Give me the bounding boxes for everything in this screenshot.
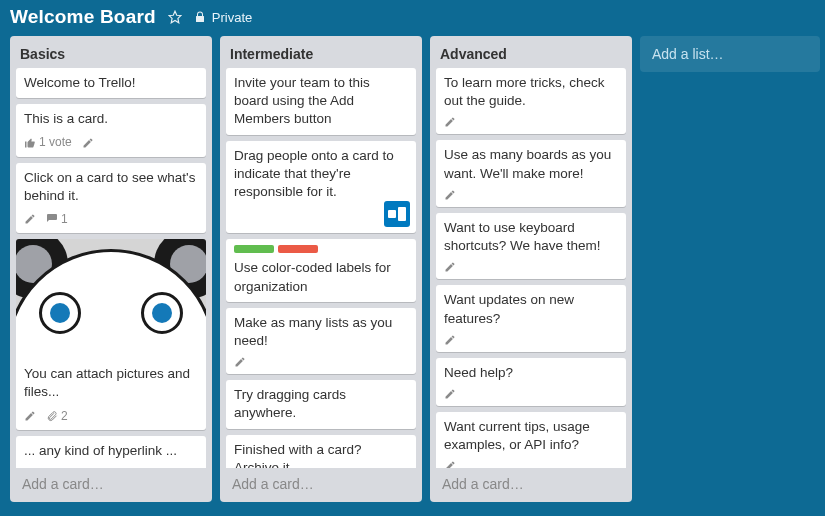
add-list-button[interactable]: Add a list… <box>640 36 820 72</box>
list-cards: Invite your team to this board using the… <box>226 68 416 468</box>
pencil-icon <box>444 189 456 201</box>
pencil-icon <box>82 137 94 149</box>
card[interactable]: Finished with a card? Archive it. <box>226 435 416 468</box>
pencil-icon <box>24 410 36 422</box>
label-green <box>234 245 274 253</box>
list-cards: Welcome to Trello! This is a card. 1 vot… <box>16 68 206 468</box>
edit-badge <box>444 261 456 273</box>
card-text: Need help? <box>444 364 618 382</box>
privacy-label: Private <box>212 10 252 25</box>
thumbs-up-icon <box>24 137 36 149</box>
card-text: Want to use keyboard shortcuts? We have … <box>444 219 618 255</box>
board-canvas: Basics Welcome to Trello! This is a card… <box>0 36 825 512</box>
edit-badge <box>444 460 456 468</box>
card[interactable]: Try dragging cards anywhere. <box>226 380 416 428</box>
add-card-button[interactable]: Add a card… <box>16 468 206 496</box>
card[interactable]: Want current tips, usage examples, or AP… <box>436 412 626 468</box>
add-card-button[interactable]: Add a card… <box>436 468 626 496</box>
pencil-icon <box>444 116 456 128</box>
card[interactable]: Click on a card to see what's behind it.… <box>16 163 206 234</box>
comment-badge: 1 <box>24 466 46 468</box>
edit-badge <box>234 356 246 368</box>
card[interactable]: You can attach pictures and files... 2 <box>16 239 206 430</box>
card-text: Try dragging cards anywhere. <box>234 386 408 422</box>
list-basics: Basics Welcome to Trello! This is a card… <box>10 36 212 502</box>
list-cards: To learn more tricks, check out the guid… <box>436 68 626 468</box>
card[interactable]: Make as many lists as you need! <box>226 308 416 374</box>
paperclip-icon <box>46 410 58 422</box>
pencil-icon <box>444 261 456 273</box>
card-text: Finished with a card? Archive it. <box>234 441 408 468</box>
card[interactable]: Use color-coded labels for organization <box>226 239 416 301</box>
edit-badge <box>24 410 36 422</box>
card[interactable]: This is a card. 1 vote <box>16 104 206 156</box>
card[interactable]: ... any kind of hyperlink ... 1 <box>16 436 206 468</box>
edit-badge <box>444 189 456 201</box>
pencil-icon <box>234 356 246 368</box>
pencil-icon <box>24 213 36 225</box>
card-text: Make as many lists as you need! <box>234 314 408 350</box>
card[interactable]: Use as many boards as you want. We'll ma… <box>436 140 626 206</box>
card-text: Use color-coded labels for organization <box>234 259 408 295</box>
card-text: Welcome to Trello! <box>24 74 198 92</box>
label-red <box>278 245 318 253</box>
card[interactable]: Invite your team to this board using the… <box>226 68 416 135</box>
privacy-button[interactable]: Private <box>194 10 252 25</box>
card-badges: 1 <box>24 211 198 227</box>
card-badges: 2 <box>24 408 198 424</box>
list-title[interactable]: Intermediate <box>226 42 416 68</box>
card-text: ... any kind of hyperlink ... <box>24 442 198 460</box>
card-text: Want updates on new features? <box>444 291 618 327</box>
pencil-icon <box>444 460 456 468</box>
card-badges <box>234 356 408 368</box>
card-badges: 1 vote <box>24 134 198 150</box>
board-header: Welcome Board Private <box>0 0 825 36</box>
edit-badge <box>82 137 94 149</box>
comment-icon <box>46 213 58 225</box>
pencil-icon <box>444 334 456 346</box>
card-text: You can attach pictures and files... <box>24 365 198 401</box>
card-text: Click on a card to see what's behind it. <box>24 169 198 205</box>
card-cover-image <box>16 239 206 359</box>
card-text: This is a card. <box>24 110 198 128</box>
member-app-badge <box>384 201 410 227</box>
edit-badge <box>444 334 456 346</box>
card-text: Want current tips, usage examples, or AP… <box>444 418 618 454</box>
card[interactable]: Drag people onto a card to indicate that… <box>226 141 416 234</box>
star-board-button[interactable] <box>168 10 182 24</box>
card[interactable]: Need help? <box>436 358 626 406</box>
edit-badge <box>444 116 456 128</box>
board-title: Welcome Board <box>10 6 156 28</box>
pencil-icon <box>444 388 456 400</box>
card-badges: 1 <box>24 466 198 468</box>
card[interactable]: Welcome to Trello! <box>16 68 206 98</box>
card[interactable]: To learn more tricks, check out the guid… <box>436 68 626 134</box>
card[interactable]: Want to use keyboard shortcuts? We have … <box>436 213 626 279</box>
card-text: Invite your team to this board using the… <box>234 74 408 129</box>
list-intermediate: Intermediate Invite your team to this bo… <box>220 36 422 502</box>
edit-badge <box>24 213 36 225</box>
list-title[interactable]: Advanced <box>436 42 626 68</box>
attachment-badge: 2 <box>46 408 68 424</box>
list-advanced: Advanced To learn more tricks, check out… <box>430 36 632 502</box>
vote-badge: 1 vote <box>24 134 72 150</box>
add-card-button[interactable]: Add a card… <box>226 468 416 496</box>
star-icon <box>168 10 182 24</box>
card-text: Use as many boards as you want. We'll ma… <box>444 146 618 182</box>
add-list-label: Add a list… <box>652 46 724 62</box>
svg-marker-0 <box>169 11 181 23</box>
card[interactable]: Want updates on new features? <box>436 285 626 351</box>
card-text: Drag people onto a card to indicate that… <box>234 147 408 202</box>
card-text: To learn more tricks, check out the guid… <box>444 74 618 110</box>
card-labels <box>234 245 408 253</box>
edit-badge <box>444 388 456 400</box>
lock-icon <box>194 11 206 23</box>
comment-badge: 1 <box>46 211 68 227</box>
list-title[interactable]: Basics <box>16 42 206 68</box>
